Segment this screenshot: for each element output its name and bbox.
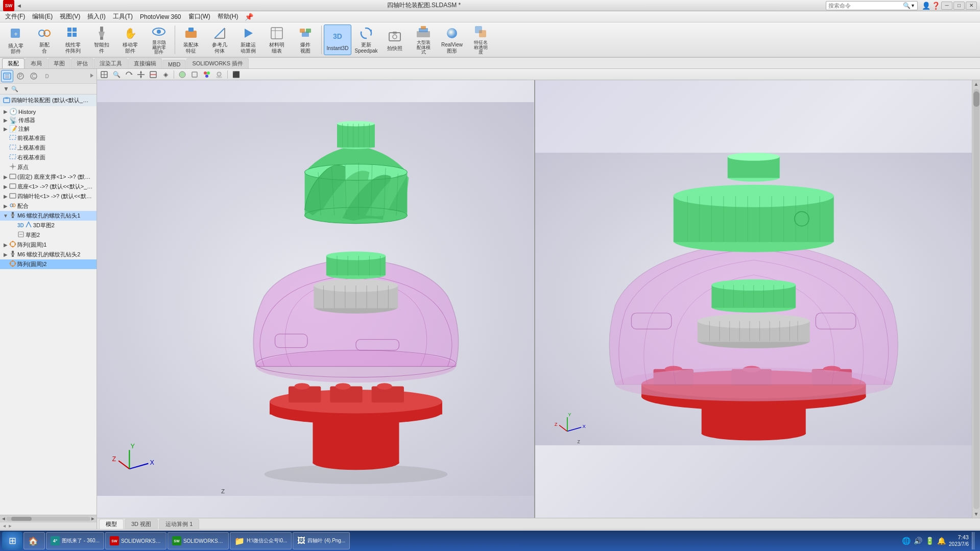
four-blade-expand[interactable]: ▶	[2, 193, 9, 200]
minimize-button[interactable]: ─	[941, 2, 952, 10]
sensors-expand[interactable]: ▶	[2, 117, 9, 124]
ref-geometry-button[interactable]: 参考几何体	[206, 25, 233, 55]
mates-expand[interactable]: ▶	[2, 203, 9, 210]
menu-window[interactable]: 窗口(W)	[185, 11, 213, 22]
feature-tree-tab[interactable]	[1, 70, 13, 82]
instant3d-button[interactable]: 3D Instant3D	[324, 25, 351, 55]
pattern-circle1-expand[interactable]: ▶	[2, 242, 9, 249]
maximize-button[interactable]: □	[953, 2, 965, 10]
search-box[interactable]: 🔍 ▼	[826, 1, 918, 10]
tab-sketch[interactable]: 草图	[48, 58, 70, 68]
shaded-btn[interactable]	[177, 70, 187, 79]
four-blade-item[interactable]: ▶ 四轴叶轮<1> ->? (默认<<默认>_显	[0, 191, 97, 201]
menu-file[interactable]: 文件(F)	[2, 11, 28, 22]
user-icon[interactable]: 👤	[922, 2, 930, 10]
menu-edit[interactable]: 编辑(E)	[29, 11, 56, 22]
pin-icon[interactable]: 📌	[245, 13, 253, 21]
scroll-thumb-v[interactable]	[973, 91, 979, 107]
history-expand[interactable]: ▶	[2, 108, 9, 115]
viewport-right[interactable]: X Y Z Z	[534, 80, 972, 518]
linear-pattern-button[interactable]: 线性零件阵列	[59, 25, 87, 55]
assembly-root[interactable]: 四轴叶轮装配图 (默认<默认_显示状态-	[0, 94, 97, 106]
config-manager-tab[interactable]: C	[28, 70, 40, 82]
new-mate-button[interactable]: 新配合	[31, 25, 58, 55]
m6-bolt2-expand[interactable]: ▶	[2, 251, 9, 258]
display-style-btn[interactable]: ◈	[160, 70, 171, 79]
m6-bolt1-item[interactable]: ▼ M6 螺纹孔的螺纹孔钻头1	[0, 211, 97, 221]
annotations-item[interactable]: ▶ 📝 注解	[0, 125, 97, 133]
move-component-button[interactable]: ✋ 移动零部件	[116, 25, 144, 55]
menu-insert[interactable]: 插入(I)	[84, 11, 108, 22]
snapshot-button[interactable]: 拍快照	[381, 25, 409, 55]
tab-motion1[interactable]: 运动算例 1	[159, 519, 199, 529]
menu-photoview[interactable]: PhotoView 360	[137, 12, 184, 21]
left-horizontal-scrollbar[interactable]: ◄ ►	[0, 515, 97, 522]
section-view-btn[interactable]	[148, 70, 158, 79]
top-plane-item[interactable]: 上视基准面	[0, 143, 97, 153]
pan-btn[interactable]	[136, 70, 146, 79]
show-desktop-btn[interactable]	[972, 532, 975, 549]
panel-resize-handle[interactable]: ◄ ►	[0, 522, 97, 529]
start-button[interactable]: ⊞	[2, 532, 22, 550]
menu-view[interactable]: 视图(V)	[57, 11, 83, 22]
right-plane-item[interactable]: 右视基准面	[0, 153, 97, 162]
tray-notification-icon[interactable]: 🔔	[937, 537, 946, 545]
realview-button[interactable]: RealView图形	[438, 25, 466, 55]
tab-render-tools[interactable]: 渲染工具	[94, 58, 128, 68]
scroll-left-btn[interactable]: ◄	[1, 516, 6, 521]
tab-mbd[interactable]: MBD	[162, 60, 186, 68]
scroll-down-btn[interactable]: ▼	[973, 510, 980, 518]
taskbar-folder[interactable]: 📁 H:\微信公众号\0...	[230, 532, 292, 549]
tab-sw-plugins[interactable]: SOLIDWORKS 插件	[186, 58, 249, 68]
close-button[interactable]: ✕	[966, 2, 977, 10]
scroll-track-v[interactable]	[973, 89, 979, 509]
help-icon[interactable]: ❓	[931, 2, 940, 10]
view-orient-btn[interactable]	[99, 70, 109, 79]
taskbar-image[interactable]: 🖼 四轴叶 (4).Png...	[293, 532, 350, 549]
feature-transparency-button[interactable]: 特征名称透明度	[467, 25, 494, 55]
rotate-btn[interactable]	[124, 70, 134, 79]
m6-bolt2-item[interactable]: ▶ M6 螺纹孔的螺纹孔钻头2	[0, 250, 97, 259]
scroll-right-btn[interactable]: ►	[90, 516, 95, 521]
smart-fastener-button[interactable]: 智能扣件	[88, 25, 115, 55]
tab-3d-view[interactable]: 3D 视图	[125, 519, 158, 529]
base-expand[interactable]: ▶	[2, 183, 9, 190]
fixed-base-expand[interactable]: ▶	[2, 174, 9, 181]
scroll-thumb[interactable]	[11, 517, 32, 521]
color-btn[interactable]	[202, 70, 212, 79]
origin-item[interactable]: 原点	[0, 162, 97, 172]
tab-layout[interactable]: 布局	[25, 58, 47, 68]
insert-part-button[interactable]: + 插入零部件	[2, 25, 30, 55]
taskbar-sw2019-2[interactable]: SW SOLIDWORKS P...	[168, 532, 229, 549]
new-motion-button[interactable]: 新建运动算例	[234, 25, 262, 55]
mates-item[interactable]: ▶ 配合	[0, 201, 97, 211]
taskbar-sw2019-1[interactable]: SW SOLIDWORKS P...	[105, 532, 166, 549]
tab-model[interactable]: 模型	[99, 519, 124, 529]
menu-tools[interactable]: 工具(T)	[110, 11, 136, 22]
annotations-expand[interactable]: ▶	[2, 126, 9, 133]
show-hidden-button[interactable]: 显示隐藏的零部件	[145, 25, 173, 55]
pattern-circle2-item[interactable]: 阵列(圆周)2	[0, 259, 97, 269]
scroll-track[interactable]	[6, 517, 90, 521]
dim-expert-tab[interactable]: D	[41, 70, 53, 82]
filter-icon[interactable]: ▼	[3, 85, 9, 92]
speedpak-button[interactable]: 更新Speedpak	[352, 25, 380, 55]
wireframe-btn[interactable]	[189, 70, 200, 79]
panel-expand-arrow[interactable]	[88, 72, 95, 81]
sensors-item[interactable]: ▶ 📡 传感器	[0, 116, 97, 125]
viewport-left[interactable]: X Y Z Z	[97, 80, 534, 518]
tray-battery-icon[interactable]: 🔋	[925, 537, 934, 545]
menu-help[interactable]: 帮助(H)	[214, 11, 242, 22]
tray-clock[interactable]: 7:43 2023/7/6	[949, 534, 969, 547]
bom-button[interactable]: 材料明细表	[263, 25, 291, 55]
expand-arrow[interactable]: ◄	[16, 3, 22, 9]
history-item[interactable]: ▶ 🕐 History	[0, 107, 97, 116]
base-item[interactable]: ▶ 底座<1> ->? (默认<<默认>_显示状	[0, 182, 97, 191]
3d-sketch2-item[interactable]: 3D 3D草图2	[0, 221, 97, 230]
m6-bolt1-expand[interactable]: ▼	[2, 212, 9, 220]
large-assembly-button[interactable]: 大型装配体模式	[410, 25, 437, 55]
right-scrollbar[interactable]: ▲ ▼	[972, 80, 980, 518]
assembly-feature-button[interactable]: 装配体特征	[177, 25, 205, 55]
taskbar-app-sw1[interactable]: 4° 图纸来了 - 360...	[46, 532, 104, 549]
front-plane-item[interactable]: 前视基准面	[0, 133, 97, 143]
